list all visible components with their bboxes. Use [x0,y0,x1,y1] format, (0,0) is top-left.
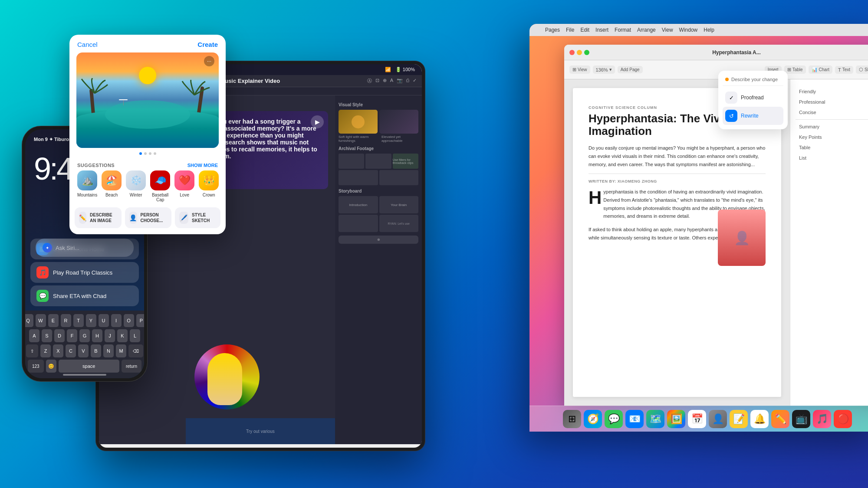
visual-style-thumb-1[interactable] [339,110,378,134]
key-h[interactable]: H [92,329,102,342]
footage-cell-2[interactable] [365,154,391,169]
chip-crown[interactable]: 👑 Crown [199,170,219,202]
wt-proofread-btn[interactable]: ✓ Proofread [723,88,783,107]
sidebar-table[interactable]: Table [796,142,868,153]
sidebar-list[interactable]: List [796,153,868,163]
chip-love[interactable]: ❤️ Love [174,170,194,202]
add-page-btn[interactable]: Add Page [618,66,643,73]
chip-winter[interactable]: ❄️ Winter [126,170,146,202]
key-v[interactable]: V [78,344,89,357]
key-s[interactable]: S [42,329,52,342]
key-a[interactable]: A [29,329,39,342]
picker-more-button[interactable]: ··· [204,56,214,66]
minimize-button[interactable] [577,50,582,55]
menu-insert[interactable]: Insert [595,27,608,33]
key-g[interactable]: G [79,329,90,342]
key-p[interactable]: P [136,314,145,327]
key-123[interactable]: 123 [28,360,44,373]
wt-rewrite-btn[interactable]: ↺ Rewrite [723,107,783,125]
storyboard-cell-3[interactable] [339,215,378,232]
chip-beach[interactable]: 🏖️ Beach [102,170,122,202]
footage-cell-1[interactable] [339,154,364,169]
chip-mountains[interactable]: ⛰️ Mountains [77,170,97,202]
shape-tool-btn[interactable]: ⬡ Shape [856,66,868,74]
play-button-icon[interactable]: ▶ [311,115,324,128]
ipad-tool-2[interactable]: ⊡ [375,78,379,84]
zoom-tool-btn[interactable]: 136% ▾ [593,66,615,74]
dock-freeform-icon[interactable]: ✏️ [771,410,789,428]
footage-cell-4[interactable] [339,170,378,185]
ipad-more-btn[interactable]: ✓ [413,78,417,84]
sidebar-friendly[interactable]: Friendly [796,86,868,97]
dock-contacts-icon[interactable]: 👤 [709,410,727,428]
dot-4[interactable] [154,152,156,155]
visual-style-thumb-2[interactable] [379,110,418,134]
menu-arrange[interactable]: Arrange [637,27,656,33]
view-tool-btn[interactable]: ⊞ View [569,66,590,74]
storyboard-cell-4[interactable]: RYAN: Let's use [379,215,419,232]
key-b[interactable]: B [91,344,101,357]
key-r[interactable]: R [61,314,71,327]
key-shift[interactable]: ⇧ [26,344,38,357]
key-k[interactable]: K [117,329,128,342]
dock-mail-icon[interactable]: 📧 [625,410,644,428]
key-m[interactable]: M [116,344,126,357]
key-u[interactable]: U [99,314,109,327]
key-d[interactable]: D [54,329,65,342]
ipad-tool-1[interactable]: Ⓐ [367,78,372,84]
show-more-button[interactable]: SHOW MORE [187,163,218,168]
key-y[interactable]: Y [86,314,96,327]
dock-calendar-icon[interactable]: 📅 [688,410,706,428]
dock-music-icon[interactable]: 🎵 [813,410,831,428]
suggestion-share-eta[interactable]: 💬 Share ETA with Chad [30,285,139,306]
dot-3[interactable] [149,152,151,155]
key-return[interactable]: return [122,360,141,373]
storyboard-btn[interactable]: ⊕ [339,236,418,244]
menu-help[interactable]: Help [704,27,714,33]
storyboard-cell-1[interactable]: Introduction [339,196,378,213]
key-f[interactable]: F [67,329,77,342]
close-button[interactable] [569,50,575,55]
dock-messages-icon[interactable]: 💬 [605,410,623,428]
dock-photos-icon[interactable]: 🖼️ [667,410,685,428]
chart-tool-btn[interactable]: 📊 Chart [809,66,832,74]
ipad-share-btn[interactable]: ⎙ [406,78,409,84]
dock-notes-icon[interactable]: 📝 [730,410,748,428]
key-x[interactable]: X [53,344,63,357]
sidebar-summary[interactable]: Summary [796,121,868,132]
storyboard-cell-2[interactable]: Your Brain [379,196,419,213]
table-tool-btn[interactable]: ⊞ Table [784,66,806,74]
person-choose-button[interactable]: 👤 PERSON CHOOSE... [125,207,172,228]
dock-extra-icon[interactable]: 🔴 [834,410,852,428]
key-n[interactable]: N [103,344,114,357]
key-backspace[interactable]: ⌫ [128,344,143,357]
menu-file[interactable]: File [566,27,574,33]
siri-search-bar[interactable]: ✦ Ask Siri... [36,239,134,257]
dot-2[interactable] [144,152,147,155]
dot-1[interactable] [139,152,142,155]
key-space[interactable]: space [59,360,119,373]
dock-maps-icon[interactable]: 🗺️ [646,410,664,428]
chip-baseball-cap[interactable]: 🧢 Baseball Cap [150,170,170,202]
picker-cancel-button[interactable]: Cancel [77,41,98,48]
suggestion-music[interactable]: 🎵 Play Road Trip Classics [30,262,139,283]
key-j[interactable]: J [105,329,115,342]
key-o[interactable]: O [124,314,134,327]
sidebar-concise[interactable]: Concise [796,107,868,118]
key-c[interactable]: C [66,344,76,357]
dock-reminders-icon[interactable]: 🔔 [750,410,769,428]
text-tool-btn[interactable]: T Text [835,66,853,74]
menu-view[interactable]: View [662,27,673,33]
ipad-tool-4[interactable]: A [390,78,393,84]
key-i[interactable]: I [111,314,122,327]
dock-tvplus-icon[interactable]: 📺 [792,410,810,428]
footage-cell-3[interactable]: Use filters for throwback clips [393,154,418,169]
key-w[interactable]: W [36,314,46,327]
menu-format[interactable]: Format [615,27,631,33]
ipad-tool-3[interactable]: ⊕ [383,78,387,84]
key-emoji[interactable]: 😊 [46,360,56,373]
dock-safari-icon[interactable]: 🧭 [584,410,602,428]
fullscreen-button[interactable] [584,50,589,55]
key-t[interactable]: T [73,314,84,327]
describe-image-button[interactable]: ✏️ DESCRIBE AN IMAGE [75,207,122,228]
